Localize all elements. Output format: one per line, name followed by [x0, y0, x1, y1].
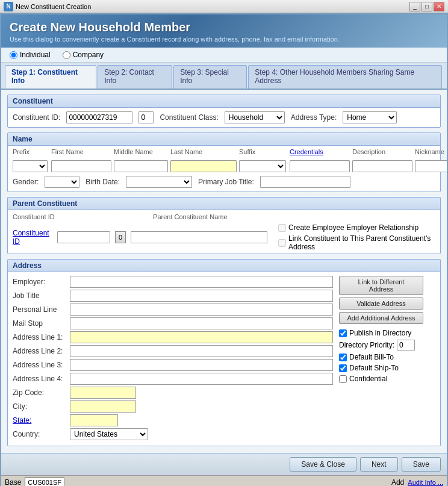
tab-special-info[interactable]: Step 3: Special Info	[173, 65, 247, 89]
description-input[interactable]	[352, 160, 412, 172]
firstname-header: First Name	[51, 148, 111, 155]
parent-section-title: Parent Constituent	[8, 198, 440, 210]
minimize-button[interactable]: _	[409, 2, 420, 11]
save-button[interactable]: Save	[402, 457, 441, 472]
birthdate-select[interactable]	[126, 176, 192, 188]
address-type-label: Address Type:	[291, 113, 337, 122]
credentials-link[interactable]: Credentials	[290, 148, 350, 155]
credentials-input[interactable]	[290, 160, 350, 172]
gender-row: Gender: MaleFemale Birth Date: Primary J…	[8, 175, 440, 192]
parent-id-input[interactable]	[57, 231, 110, 243]
status-code-field: CUS001SF	[25, 478, 64, 487]
constituent-section-title: Constituent	[8, 95, 440, 108]
constituent-id-extra[interactable]	[138, 111, 154, 123]
validate-address-button[interactable]: Validate Address	[339, 298, 423, 310]
name-grid-inputs: Mr.Mrs.Ms.Dr. Jr.Sr.III	[8, 158, 440, 175]
employer-row: Employer:	[13, 276, 333, 288]
jobtitle-input[interactable]	[70, 290, 333, 302]
addressline3-row: Address Line 3:	[13, 359, 333, 371]
constituent-class-label: Constituent Class:	[160, 113, 218, 122]
close-button[interactable]: ✕	[434, 2, 444, 11]
country-row: Country: United States Canada United Kin…	[13, 428, 333, 440]
addressline2-input[interactable]	[70, 345, 333, 357]
default-bill-to-checkbox[interactable]	[339, 354, 347, 361]
dir-priority-label: Directory Priority:	[339, 341, 394, 349]
add-additional-address-button[interactable]: Add Additional Address	[339, 312, 423, 324]
confidential-label[interactable]: Confidential	[339, 375, 435, 383]
individual-radio-input[interactable]	[10, 51, 17, 59]
middlename-input[interactable]	[114, 160, 168, 172]
address-section: Address Employer: Job Title Personal Lin…	[7, 259, 441, 446]
state-row: State:	[13, 414, 333, 426]
parent-id-link-label: Constituent ID	[13, 213, 55, 220]
state-link[interactable]: State:	[13, 416, 70, 425]
content-area: Constituent Constituent ID: Constituent …	[1, 90, 447, 453]
default-ship-to-checkbox[interactable]	[339, 364, 347, 372]
constituent-class-select[interactable]: Household Individual Business	[225, 111, 285, 123]
create-employee-checkbox[interactable]	[278, 224, 286, 232]
link-constituent-checkbox[interactable]	[278, 239, 286, 247]
default-ship-to-text: Default Ship-To	[349, 364, 399, 372]
header-area: Create New Household Member Use this dia…	[1, 14, 447, 48]
city-label: City:	[13, 402, 70, 411]
parent-name-input[interactable]	[131, 231, 267, 243]
add-label: Add	[391, 478, 404, 487]
tab-constituent-info[interactable]: Step 1: Constituent Info	[5, 65, 96, 89]
zipcode-label: Zip Code:	[13, 388, 70, 397]
suffix-select[interactable]: Jr.Sr.III	[239, 160, 286, 172]
country-select[interactable]: United States Canada United Kingdom	[70, 428, 148, 440]
country-label: Country:	[13, 430, 70, 438]
addressline3-input[interactable]	[70, 359, 333, 371]
parent-id-lookup-button[interactable]: 0	[115, 231, 126, 243]
city-input[interactable]	[70, 400, 136, 413]
addressline3-label: Address Line 3:	[13, 361, 70, 369]
gender-select[interactable]: MaleFemale	[45, 176, 79, 188]
default-ship-to-label[interactable]: Default Ship-To	[339, 364, 435, 372]
individual-label: Individual	[20, 51, 51, 59]
tab-other-members[interactable]: Step 4: Other Household Members Sharing …	[248, 65, 442, 89]
link-constituent-checkbox-label[interactable]: Link Constituent to This Parent Constitu…	[278, 234, 435, 251]
next-button[interactable]: Next	[360, 457, 398, 472]
confidential-text: Confidential	[349, 375, 387, 383]
confidential-checkbox[interactable]	[339, 375, 347, 383]
prefix-select[interactable]: Mr.Mrs.Ms.Dr.	[13, 160, 48, 172]
state-input[interactable]	[70, 414, 118, 426]
tab-contact-info[interactable]: Step 2: Contact Info	[98, 65, 172, 89]
employer-input[interactable]	[70, 276, 333, 288]
personalline-input[interactable]	[70, 304, 333, 316]
tabs-row: Step 1: Constituent Info Step 2: Contact…	[1, 63, 447, 90]
maximize-button[interactable]: □	[422, 2, 432, 11]
jobtitle-label: Job Title	[13, 291, 70, 300]
individual-radio[interactable]: Individual	[10, 51, 51, 59]
lastname-input[interactable]	[170, 160, 237, 172]
constituent-id-input[interactable]	[66, 111, 132, 123]
parent-constituent-id-link[interactable]: Constituent ID	[13, 229, 52, 246]
publish-directory-checkbox[interactable]	[339, 329, 347, 337]
city-row: City:	[13, 400, 333, 413]
dir-priority-input[interactable]	[397, 340, 415, 350]
company-radio[interactable]: Company	[63, 51, 104, 59]
primary-job-title-input[interactable]	[260, 176, 350, 188]
create-employee-checkbox-label[interactable]: Create Employee Employer Relationship	[278, 223, 435, 232]
default-bill-to-label[interactable]: Default Bill-To	[339, 353, 435, 361]
publish-directory-label[interactable]: Publish in Directory	[339, 329, 435, 337]
dialog-title: Create New Household Member	[10, 20, 438, 34]
lastname-header: Last Name	[170, 148, 237, 155]
addressline1-input[interactable]	[70, 331, 333, 343]
address-type-select[interactable]: Home Work Other	[343, 111, 397, 123]
addressline1-label: Address Line 1:	[13, 333, 70, 341]
company-radio-input[interactable]	[63, 51, 70, 59]
zipcode-input[interactable]	[70, 387, 136, 399]
birthdate-label: Birth Date:	[86, 178, 120, 186]
save-close-button[interactable]: Save & Close	[290, 457, 356, 472]
addressline4-input[interactable]	[70, 373, 333, 385]
link-to-different-address-button[interactable]: Link to Different Address	[339, 276, 423, 295]
firstname-input[interactable]	[51, 160, 111, 172]
audit-info-link[interactable]: Audit Info ...	[408, 479, 443, 486]
nickname-input[interactable]	[415, 160, 447, 172]
name-grid-headers: Prefix First Name Middle Name Last Name …	[8, 146, 440, 158]
mailstop-input[interactable]	[70, 317, 333, 329]
addressline2-row: Address Line 2:	[13, 345, 333, 357]
employer-label: Employer:	[13, 278, 70, 286]
zipcode-row: Zip Code:	[13, 387, 333, 399]
